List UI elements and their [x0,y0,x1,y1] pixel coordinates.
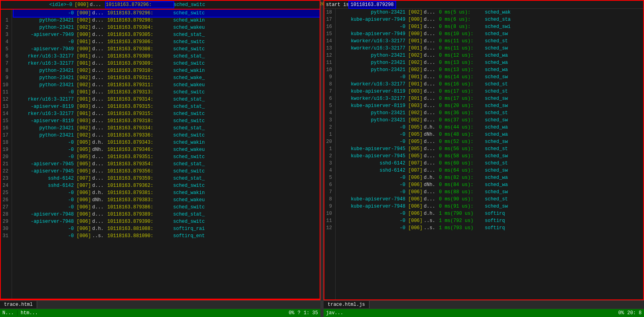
flags-col: d... [92,125,107,132]
r-time-col: 0 ms(88 us): [439,188,485,196]
left-tab[interactable]: trace.html [0,301,37,308]
r-process-col: -0 [337,124,407,131]
cpu-col: [000] [75,10,92,17]
process-col: -apiserver-8119 [14,103,75,110]
left-line-number: 21 [2,160,10,168]
r-cpu-col: [001] [407,45,424,52]
cpu-col: [006] [75,232,92,240]
main-container: <idle>-0 [000] d... 10118163.879296: sch… [0,0,644,317]
r-flags-col: d... [424,145,439,153]
cpu-col: [001] [75,96,92,103]
r-flags-col: d... [424,66,439,73]
r-flags-col: d... [424,188,439,196]
r-process-col: kube-apiserver-7949 [337,30,407,38]
bottom-divider [320,300,324,317]
r-cpu-col: [005] [407,138,424,145]
right-code-line: -0 [006] d... 0 ms(88 us): sched_sw [337,188,643,196]
r-flags-col: d... [424,167,439,174]
r-event-col: sched_sw [485,203,508,210]
left-code-line: python-23421 [002] d... 10118163.879298:… [14,17,320,24]
left-line-number: 31 [2,232,10,240]
cpu-col: [005] [75,139,92,146]
right-code-line: -0 [006] d.h. 0 ms(82 us): sched_wa [337,174,643,181]
flags-col: d... [92,60,107,67]
r-cpu-col: [006] [407,210,424,217]
left-status-pct: 0% [288,310,294,316]
process-col: python-23421 [14,67,75,74]
r-event-col: sched_sw [485,167,508,174]
left-line-number: 1 [2,17,10,24]
timestamp-col: 10118163.879311: [107,81,173,89]
flags-col: d... [92,153,107,160]
r-process-col: -0 [337,131,407,138]
r-event-col: sched_sta [485,16,511,23]
r-time-col: 0 ms(11 us): [439,38,485,45]
r-process-col: -0 [337,224,407,232]
r-cpu-col: [001] [407,73,424,81]
left-line-number: 13 [2,103,10,110]
r-event-col: sched_wa [485,66,508,73]
left-line-number: 20 [2,153,10,160]
r-process-col: kube-apiserver-8119 [337,88,407,95]
r-time-col: 0 ms(58 us): [439,153,485,160]
process-col: -apiserver-7949 [14,31,75,38]
timestamp-col: 10118163.879310: [107,67,173,74]
cpu-col: [006] [75,189,92,196]
left-code-line: -apiserver-7949 [000] d... 10118163.8793… [14,31,320,38]
timestamp-col: 10118163.879343: [107,139,173,146]
flags-col: d... [92,211,107,218]
cpu-col: [002] [75,67,92,74]
left-line-number: 14 [2,110,10,117]
r-process-col: kube-apiserver-8119 [337,102,407,109]
left-code-line: -apiserver-7945 [005] d... 10118163.8793… [14,160,320,168]
r-time-col: 0 ms(10 us): [439,30,485,38]
event-col: sched_switc [173,38,205,46]
r-cpu-col: [005] [407,124,424,131]
left-line-number: 2 [2,24,10,31]
left-line-number: 29 [2,218,10,225]
left-code-line: -0 [005] dNh. 10118163.879346: sched_wak… [14,146,320,153]
r-cpu-col: [005] [407,153,424,160]
right-code-line: kube-apiserver-8119 [003] d... 0 ms(17 u… [337,88,643,95]
left-line-number: 4 [2,38,10,46]
right-line-number: 9 [326,73,334,81]
r-cpu-col: [006] [407,203,424,210]
r-flags-col: d... [424,160,439,167]
flags-col: d... [92,132,107,139]
left-code-line: sshd-6142 [007] d... 10118163.879359: sc… [14,175,320,182]
r-cpu-col: [002] [407,109,424,117]
r-time-col: 0 ms(13 us): [439,59,485,66]
right-code-line: kube-apiserver-7948 [006] d... 0 ms(91 u… [337,203,643,210]
left-pane-header: <idle>-0 [000] d... 10118163.879296: sch… [1,1,320,9]
r-flags-col: d... [424,153,439,160]
right-line-number: 8 [326,81,334,88]
process-col: -0 [14,204,75,211]
left-code-line: -apiserver-7945 [005] d... 10118163.8793… [14,168,320,175]
right-pane-header: start is 10118163.879298 [324,1,643,9]
r-time-col: 0 ms(37 us): [439,117,485,124]
left-line-number: 27 [2,204,10,211]
cpu-col: [006] [75,196,92,204]
r-process-col: python-23421 [337,52,407,59]
cpu-col: [001] [75,110,92,117]
process-col: -0 [14,232,75,240]
event-col: sched_switc [173,204,205,211]
timestamp-col: 10118163.879334: [107,125,173,132]
left-line-number: 3 [2,31,10,38]
event-col: sched_stat_ [173,160,205,168]
r-process-col: kube-apiserver-7945 [337,153,407,160]
left-code-line: python-23421 [002] d... 10118163.879336:… [14,132,320,139]
r-event-col: sched_sw [485,138,508,145]
right-line-number: 12 [326,224,334,232]
left-code-line: -0 [005] d... 10118163.879351: sched_swi… [14,153,320,160]
left-code-content: -0 [000] d... 10118163.879296: sched_swi… [12,10,320,299]
r-process-col: kube-apiserver-7945 [337,145,407,153]
r-cpu-col: [001] [407,23,424,30]
r-process-col: kube-apiserver-7949 [337,16,407,23]
flags-col: d... [92,31,107,38]
event-col: sched_stat_ [173,53,205,60]
r-cpu-col: [002] [407,59,424,66]
right-tab[interactable]: trace.html.js [324,301,369,308]
header-timestamp: 10118163.879296: [106,2,174,8]
r-process-col: -0 [337,181,407,188]
